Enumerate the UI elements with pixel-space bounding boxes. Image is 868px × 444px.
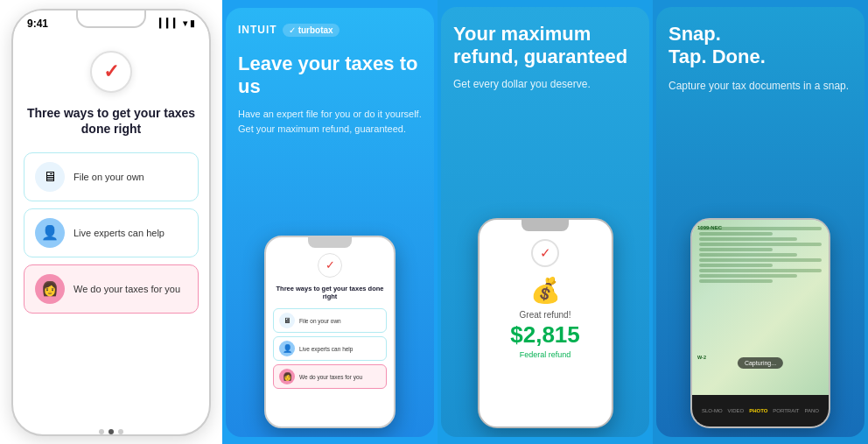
capturing-badge: Capturing... <box>738 357 783 369</box>
phone-notch-1 <box>76 11 146 28</box>
panel4-headline: Snap.Tap. Done. <box>668 23 852 69</box>
doc-line-4 <box>699 243 822 246</box>
intuit-text: INTUIT <box>238 24 277 36</box>
mini-check-icon: ✓ <box>326 258 335 271</box>
panel2-headline: Leave your taxes to us <box>238 53 422 99</box>
mini-label-3: We do your taxes for you <box>299 374 362 380</box>
mini-label-1: File on your own <box>299 318 341 324</box>
panel-3-inner: Your maximum refund, guaranteed Get ever… <box>441 7 649 437</box>
option-card-2[interactable]: 👤 Live experts can help <box>24 208 199 257</box>
option-label-1: File on your own <box>74 172 144 182</box>
doc-line-10 <box>699 274 797 278</box>
checkmark-circle: ✓ <box>90 51 132 93</box>
panel-2-inner: INTUIT ✓ turbotax Leave your taxes to us… <box>226 8 434 437</box>
cam-mode-pano: PANO <box>804 408 819 413</box>
camera-phone: 1099-NEC W-2 Capturing... <box>690 218 830 428</box>
status-icons: ▎▎▎ ▾ ▮ <box>159 18 195 28</box>
page-dots <box>99 429 123 434</box>
mini-phone-wrap: ✓ Three ways to get your taxes done righ… <box>238 148 422 427</box>
checkmark-icon: ✓ <box>103 60 119 83</box>
panel-2-blue: INTUIT ✓ turbotax Leave your taxes to us… <box>222 0 438 444</box>
cam-mode-video: VIDEO <box>728 408 745 413</box>
dot-1 <box>99 429 104 434</box>
mini-notch <box>308 237 352 248</box>
panel2-subtext: Have an expert file for you or do it you… <box>238 107 422 136</box>
cam-mode-slomo: SLO-MO <box>702 408 723 413</box>
panel-4-inner: Snap.Tap. Done. Capture your tax documen… <box>656 7 864 437</box>
file-own-icon: 🖥 <box>35 162 65 192</box>
mini-icon-3: 👩 <box>279 369 295 384</box>
option-card-3[interactable]: 👩 We do your taxes for you <box>24 264 199 314</box>
w2-label: W-2 <box>697 355 706 360</box>
signal-icon: ▎▎▎ <box>159 18 180 28</box>
mini-checkmark: ✓ <box>318 253 342 278</box>
mini-icon-2: 👤 <box>279 341 295 356</box>
doc-line-8 <box>699 264 773 267</box>
cam-mode-portrait: PORTRAIT <box>773 408 799 413</box>
option-label-2: Live experts can help <box>74 228 164 238</box>
mini-option-1: 🖥 File on your own <box>273 308 387 333</box>
refund-phone-wrap: ✓ 💰 Great refund! $2,815 Federal refund <box>453 108 637 428</box>
doc-line-6 <box>699 253 797 257</box>
intuit-logo: INTUIT ✓ turbotax <box>238 24 422 37</box>
doc-line-9 <box>699 269 822 272</box>
doc-line-5 <box>699 248 773 251</box>
panel3-subtext: Get every dollar you deserve. <box>453 78 637 90</box>
tax-doc-bg: 1099-NEC W-2 Capturing... <box>692 220 829 395</box>
doc-line-3 <box>699 237 797 241</box>
mini-option-2: 👤 Live experts can help <box>273 336 387 361</box>
refund-type: Federal refund <box>520 350 571 359</box>
phone-content-1: ✓ Three ways to get your taxes done righ… <box>13 33 209 422</box>
mini-icon-1: 🖥 <box>279 313 295 328</box>
money-icon: 💰 <box>530 276 561 305</box>
camera-screen: 1099-NEC W-2 Capturing... <box>692 220 829 395</box>
refund-amount: $2,815 <box>510 321 580 349</box>
doc-line-7 <box>699 258 822 262</box>
cam-mode-photo: PHOTO <box>749 408 767 413</box>
phone-title: Three ways to get your taxes done right <box>24 105 199 137</box>
panel-3-blue: Your maximum refund, guaranteed Get ever… <box>438 0 653 444</box>
phone-frame-1: 9:41 ▎▎▎ ▾ ▮ ✓ Three ways to get your ta… <box>11 9 211 436</box>
refund-notch <box>522 220 569 231</box>
doc-line-2 <box>699 232 773 236</box>
turbotax-check-icon: ✓ <box>289 25 296 35</box>
refund-check-circle: ✓ <box>531 239 559 267</box>
doc-label-top: 1099-NEC <box>697 225 722 230</box>
status-time: 9:41 <box>27 18 48 30</box>
mini-phone: ✓ Three ways to get your taxes done righ… <box>264 236 396 428</box>
option-label-3: We do your taxes for you <box>74 284 180 294</box>
dot-2-active <box>108 429 114 434</box>
mini-option-3: 👩 We do your taxes for you <box>273 364 387 389</box>
wifi-icon: ▾ <box>183 18 187 28</box>
mini-label-2: Live experts can help <box>299 346 353 352</box>
panel4-subtext: Capture your tax documents in a snap. <box>668 78 852 94</box>
expert-icon: 👤 <box>35 218 65 248</box>
panel3-headline: Your maximum refund, guaranteed <box>453 23 637 69</box>
expert-full-icon: 👩 <box>35 274 65 304</box>
mini-phone-title: Three ways to get your taxes done right <box>273 285 387 302</box>
refund-phone: ✓ 💰 Great refund! $2,815 Federal refund <box>478 218 613 428</box>
refund-label: Great refund! <box>520 310 571 320</box>
doc-line-11 <box>699 279 773 283</box>
dot-3 <box>118 429 123 434</box>
panel-4-blue: Snap.Tap. Done. Capture your tax documen… <box>653 0 868 444</box>
battery-icon: ▮ <box>190 18 195 28</box>
turbotax-label: turbotax <box>298 25 333 35</box>
camera-bar: SLO-MO VIDEO PHOTO PORTRAIT PANO <box>692 395 829 426</box>
panel-1-white: 9:41 ▎▎▎ ▾ ▮ ✓ Three ways to get your ta… <box>0 0 222 444</box>
turbotax-badge: ✓ turbotax <box>283 24 340 37</box>
refund-check-icon: ✓ <box>540 245 551 261</box>
panel4-headline-text: Snap.Tap. Done. <box>668 23 766 67</box>
option-card-1[interactable]: 🖥 File on your own <box>24 152 199 201</box>
camera-phone-wrap: 1099-NEC W-2 Capturing... <box>668 108 852 428</box>
